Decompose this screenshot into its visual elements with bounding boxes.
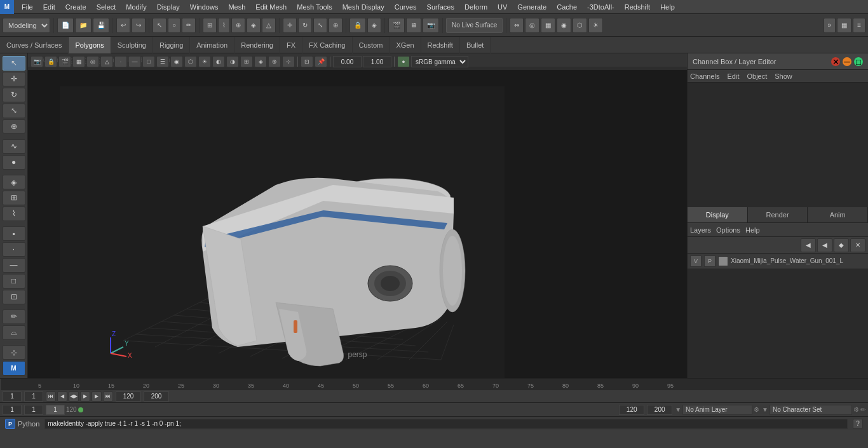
vp-sel-mode-btn[interactable]: ☰	[156, 56, 169, 67]
light-button[interactable]: ☀	[588, 18, 603, 33]
frame-field-1[interactable]	[3, 405, 22, 415]
lasso-tool-button[interactable]: ○	[168, 18, 180, 33]
vp-coord-x[interactable]	[333, 56, 362, 67]
vp-wireframe-btn[interactable]: ▦	[72, 56, 85, 67]
anim-layer-button[interactable]: No Anim Layer	[682, 405, 752, 415]
menu-cache[interactable]: Cache	[552, 0, 582, 14]
lock-button[interactable]: 🔒	[349, 18, 366, 33]
vp-snap-btn[interactable]: ⊕	[268, 56, 281, 67]
vp-pivot-btn[interactable]: ⊡	[301, 56, 313, 67]
tab-bullet[interactable]: Bullet	[460, 37, 491, 53]
vp-lock-btn[interactable]: 🔒	[44, 56, 57, 67]
new-file-button[interactable]: 📄	[57, 18, 74, 33]
tab-sculpting[interactable]: Sculpting	[111, 37, 153, 53]
tab-curves-surfaces[interactable]: Curves / Surfaces	[0, 37, 69, 53]
rotate-mode-button[interactable]: ↻	[3, 88, 25, 102]
vp-ao-btn[interactable]: ◑	[226, 56, 239, 67]
command-input[interactable]	[44, 419, 848, 429]
vp-gamma-dropdown[interactable]: sRGB gamma	[411, 56, 468, 67]
menu-mesh-tools[interactable]: Mesh Tools	[292, 0, 337, 14]
paint-tool-button[interactable]: ✏	[182, 18, 196, 33]
tab-rigging[interactable]: Rigging	[153, 37, 190, 53]
layer-vis-button[interactable]: ◆	[834, 238, 849, 252]
vp-shadow-btn[interactable]: ◐	[212, 56, 225, 67]
menu-surfaces[interactable]: Surfaces	[422, 0, 459, 14]
crease-button[interactable]: ⌓	[3, 325, 25, 340]
menu-create[interactable]: Create	[60, 0, 92, 14]
vp-xray-btn[interactable]: ◉	[170, 56, 183, 67]
start-frame-input[interactable]	[3, 391, 22, 402]
save-file-button[interactable]: 💾	[93, 18, 109, 33]
xray-button[interactable]: ◎	[525, 18, 539, 33]
playback-end-input[interactable]	[144, 391, 169, 402]
playback-end-field[interactable]	[619, 405, 644, 415]
select-tool-button[interactable]: ↖	[153, 18, 166, 33]
menu-edit-mesh[interactable]: Edit Mesh	[250, 0, 292, 14]
menu-redshift[interactable]: Redshift	[620, 0, 655, 14]
tab-custom[interactable]: Custom	[353, 37, 390, 53]
menu-select[interactable]: Select	[92, 0, 121, 14]
menu-uv[interactable]: UV	[492, 0, 512, 14]
ipr-button[interactable]: 🖥	[406, 18, 421, 33]
snap-normal-button[interactable]: △	[262, 18, 276, 33]
vp-film-btn[interactable]: 🎬	[58, 56, 71, 67]
new-layer-button[interactable]: ◀	[801, 238, 816, 252]
tab-anim[interactable]: Anim	[808, 207, 868, 222]
paint-weights-button[interactable]: ✏	[3, 309, 25, 324]
vp-grid-btn[interactable]: ⊞	[240, 56, 253, 67]
open-file-button[interactable]: 📁	[75, 18, 92, 33]
status-help-button[interactable]: ?	[853, 419, 863, 429]
edge-mode-button[interactable]: —	[3, 258, 25, 273]
menu-deform[interactable]: Deform	[459, 0, 492, 14]
channels-menu[interactable]: Channels	[690, 72, 719, 80]
vp-more-btn[interactable]: ⊹	[282, 56, 295, 67]
snap-grid-btn2[interactable]: ⊞	[3, 191, 25, 205]
texture-button[interactable]: ⬡	[573, 18, 587, 33]
layers-menu[interactable]: Layers	[690, 226, 711, 234]
universal-manip-button[interactable]: ⊕	[329, 18, 342, 33]
layer-visible-button[interactable]: V	[690, 255, 702, 267]
viewport[interactable]: View Shading Lighting Show Renderer Pane…	[28, 53, 687, 378]
menu-mesh[interactable]: Mesh	[223, 0, 250, 14]
redo-button[interactable]: ↪	[132, 18, 146, 33]
play-back-button[interactable]: ◀▶	[69, 391, 79, 402]
uvmap-mode-button[interactable]: ⊡	[3, 290, 25, 304]
sym-button[interactable]: ⇔	[510, 18, 524, 33]
vp-texture-btn[interactable]: ⬡	[184, 56, 197, 67]
menu-mesh-display[interactable]: Mesh Display	[337, 0, 390, 14]
layer-delete-button[interactable]: ✕	[850, 238, 865, 252]
menu-curves[interactable]: Curves	[390, 0, 422, 14]
vp-pin-btn[interactable]: 📌	[315, 56, 327, 67]
tab-polygons[interactable]: Polygons	[69, 37, 111, 53]
layer-row[interactable]: V P Xiaomi_Mijia_Pulse_Water_Gun_001_L	[688, 254, 868, 269]
vertex-mode-button[interactable]: ·	[3, 242, 25, 257]
edit-menu[interactable]: Edit	[727, 72, 739, 80]
mode-dropdown[interactable]: Modeling	[3, 18, 50, 33]
tab-redshift[interactable]: Redshift	[421, 37, 460, 53]
tab-display[interactable]: Display	[688, 207, 748, 222]
right-icons-button[interactable]: ≡	[853, 18, 865, 33]
menu-edit[interactable]: Edit	[38, 0, 60, 14]
end-frame-input[interactable]	[116, 391, 141, 402]
highlight-button[interactable]: ◈	[367, 18, 381, 33]
vp-point-btn[interactable]: ·	[114, 56, 127, 67]
layer-color-swatch[interactable]	[718, 256, 728, 266]
menu-windows[interactable]: Windows	[185, 0, 224, 14]
component-mode-button[interactable]: ▪	[3, 226, 25, 241]
snap-curve-button[interactable]: ⌇	[218, 18, 230, 33]
timeline-ruler[interactable]: 5 10 15 20 25 30 35 40 45 50 55 60 65 70…	[0, 379, 868, 390]
show-menu[interactable]: Show	[775, 72, 792, 80]
start-frame-input2[interactable]	[24, 391, 43, 402]
vp-light-btn[interactable]: ☀	[198, 56, 211, 67]
skip-to-end-button[interactable]: ⏭	[103, 391, 113, 402]
vp-coord-y[interactable]	[363, 56, 391, 67]
menu-file[interactable]: File	[17, 0, 38, 14]
menu-display[interactable]: Display	[152, 0, 185, 14]
undo-button[interactable]: ↩	[116, 18, 130, 33]
menu-modify[interactable]: Modify	[121, 0, 151, 14]
layer-playback-button[interactable]: P	[704, 255, 715, 267]
vp-hud-btn[interactable]: ◈	[254, 56, 267, 67]
wireframe-button[interactable]: ▦	[541, 18, 555, 33]
axis-button[interactable]: ⊹	[3, 345, 25, 360]
sculpt-button[interactable]: ●	[3, 155, 25, 170]
